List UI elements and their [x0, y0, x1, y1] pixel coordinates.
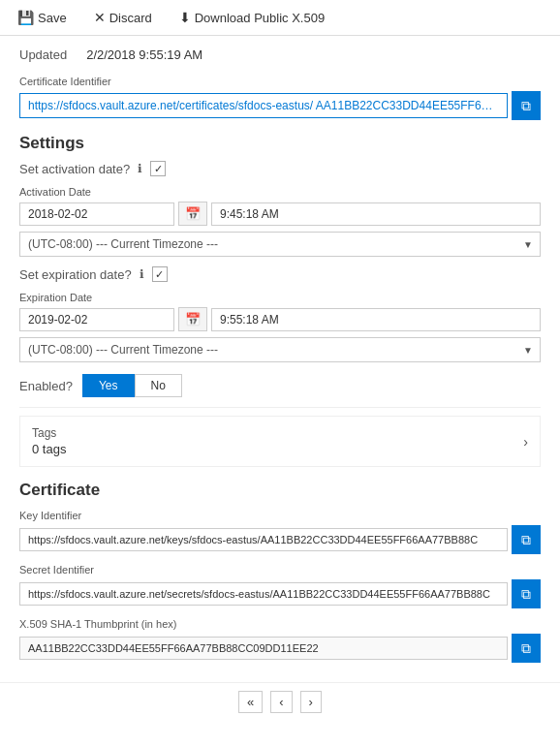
activation-tz-select[interactable]: (UTC-08:00) --- Current Timezone ---	[19, 232, 541, 257]
expiration-calendar-button[interactable]: 📅	[178, 307, 207, 331]
download-button[interactable]: ⬇ Download Public X.509	[173, 6, 330, 29]
enabled-yes-button[interactable]: Yes	[82, 374, 135, 397]
bottom-nav: « ‹ ›	[0, 682, 560, 721]
key-identifier-label: Key Identifier	[19, 510, 541, 521]
expiration-time-input[interactable]	[211, 308, 541, 331]
expiration-tz-select[interactable]: (UTC-08:00) --- Current Timezone ---	[19, 337, 541, 362]
expiration-info-icon[interactable]: ℹ	[140, 267, 144, 281]
activation-date-input[interactable]	[19, 202, 174, 226]
activation-date-setting-row: Set activation date? ℹ	[19, 161, 541, 176]
nav-first-button[interactable]: «	[238, 691, 263, 713]
updated-value: 2/2/2018 9:55:19 AM	[86, 47, 202, 62]
secret-identifier-label: Secret Identifier	[19, 564, 541, 576]
activation-info-icon[interactable]: ℹ	[138, 162, 142, 175]
expiration-date-checkbox[interactable]	[152, 266, 168, 282]
cert-identifier-input[interactable]	[19, 93, 508, 118]
toolbar: 💾 Save ✕ Discard ⬇ Download Public X.509	[0, 0, 560, 36]
thumbprint-copy-button[interactable]: ⧉	[512, 634, 541, 663]
tags-chevron-icon: ›	[523, 434, 528, 450]
activation-date-checkbox[interactable]	[150, 161, 166, 176]
activation-time-input[interactable]	[211, 202, 541, 226]
activation-calendar-button[interactable]: 📅	[178, 202, 207, 226]
enabled-row: Enabled? Yes No	[19, 374, 541, 397]
nav-next-button[interactable]: ›	[300, 691, 322, 713]
meta-row: Updated 2/2/2018 9:55:19 AM	[19, 47, 541, 62]
calendar-icon-exp: 📅	[185, 312, 201, 327]
download-icon: ⬇	[179, 10, 191, 25]
tags-title: Tags	[32, 426, 66, 440]
key-identifier-row: ⧉	[19, 525, 541, 554]
certificate-heading: Certificate	[19, 481, 541, 500]
expiration-section-label: Expiration Date	[19, 292, 541, 303]
cert-identifier-row: ⧉	[19, 91, 541, 120]
tags-left: Tags 0 tags	[32, 426, 66, 456]
secret-identifier-copy-button[interactable]: ⧉	[512, 579, 541, 608]
expiration-tz-row: (UTC-08:00) --- Current Timezone ---	[19, 337, 541, 362]
activation-section-label: Activation Date	[19, 186, 541, 198]
thumbprint-row: ⧉	[19, 634, 541, 663]
copy-icon-thumb: ⧉	[521, 640, 531, 657]
key-identifier-input[interactable]	[19, 528, 508, 551]
secret-identifier-input[interactable]	[19, 582, 508, 606]
copy-icon: ⧉	[521, 98, 531, 114]
cert-identifier-label: Certificate Identifier	[19, 76, 541, 87]
enabled-label: Enabled?	[19, 379, 73, 393]
activation-tz-row: (UTC-08:00) --- Current Timezone ---	[19, 232, 541, 257]
enabled-no-button[interactable]: No	[135, 374, 182, 397]
secret-identifier-row: ⧉	[19, 579, 541, 608]
activation-date-row: 📅	[19, 202, 541, 226]
discard-button[interactable]: ✕ Discard	[88, 6, 158, 29]
expiration-date-setting-row: Set expiration date? ℹ	[19, 266, 541, 282]
main-content: Updated 2/2/2018 9:55:19 AM Certificate …	[0, 36, 560, 682]
divider-1	[19, 407, 541, 408]
copy-icon-secret: ⧉	[521, 586, 531, 603]
activation-date-label: Set activation date?	[19, 162, 130, 176]
settings-heading: Settings	[19, 134, 541, 153]
updated-label: Updated	[19, 47, 67, 62]
cert-identifier-copy-button[interactable]: ⧉	[512, 91, 541, 120]
discard-icon: ✕	[94, 10, 106, 25]
expiration-date-input[interactable]	[19, 308, 174, 331]
tags-row[interactable]: Tags 0 tags ›	[19, 416, 541, 467]
key-identifier-copy-button[interactable]: ⧉	[512, 525, 541, 554]
copy-icon-key: ⧉	[521, 532, 531, 548]
tags-count: 0 tags	[32, 442, 66, 456]
expiration-date-row: 📅	[19, 307, 541, 331]
nav-prev-button[interactable]: ‹	[270, 691, 292, 713]
thumbprint-input[interactable]	[19, 637, 508, 660]
expiration-date-label: Set expiration date?	[19, 267, 132, 282]
save-button[interactable]: 💾 Save	[12, 6, 73, 29]
thumbprint-label: X.509 SHA-1 Thumbprint (in hex)	[19, 618, 541, 630]
calendar-icon: 📅	[185, 206, 201, 221]
save-icon: 💾	[17, 10, 34, 25]
